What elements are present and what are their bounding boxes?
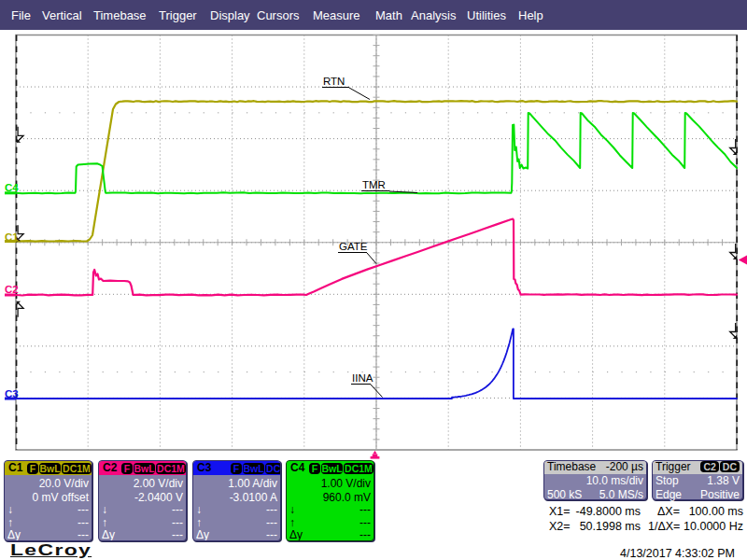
svg-text:C4: C4 — [5, 182, 19, 193]
svg-text:C1: C1 — [5, 231, 19, 243]
svg-text:C3: C3 — [5, 388, 19, 399]
svg-text:C2: C2 — [5, 284, 19, 295]
svg-text:IINA: IINA — [352, 372, 374, 384]
svg-text:GATE: GATE — [339, 241, 368, 252]
svg-text:TMR: TMR — [362, 179, 386, 190]
svg-text:RTN: RTN — [323, 76, 345, 87]
